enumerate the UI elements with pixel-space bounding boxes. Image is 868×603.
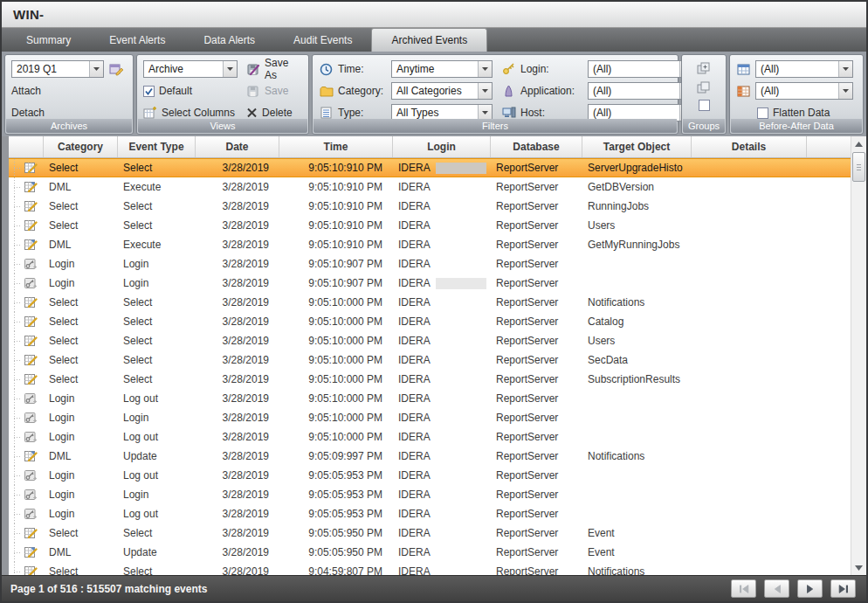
tree-gutter (9, 350, 21, 370)
archive-select[interactable]: 2019 Q1 (11, 60, 104, 78)
login-filter-select[interactable]: (All) (588, 60, 694, 78)
category-cell: DML (44, 177, 118, 197)
delete-view-button[interactable]: Delete (262, 107, 293, 119)
table-row[interactable]: Login Log out 3/28/2019 9:05:10:000 PM I… (9, 427, 851, 447)
detach-button[interactable]: Detach (11, 107, 45, 119)
row-filler (807, 389, 851, 408)
database-cell: ReportServer (491, 408, 582, 427)
chevron-down-icon[interactable] (478, 83, 492, 99)
table-row[interactable]: Select Select 3/28/2019 9:05:10:000 PM I… (9, 331, 851, 350)
group-caption-filters: Filters (313, 119, 677, 133)
view-select[interactable]: Archive (143, 60, 238, 78)
grid-pencil-icon (24, 219, 38, 232)
table-row[interactable]: Login Login 3/28/2019 9:05:10:000 PM IDE… (9, 408, 851, 427)
database-cell: ReportServer (491, 523, 582, 543)
time-cell: 9:05:10:910 PM (279, 197, 393, 216)
column-header[interactable]: Date (196, 136, 279, 157)
table-row[interactable]: Login Login 3/28/2019 9:05:10:907 PM IDE… (9, 274, 851, 293)
tab-audit-events[interactable]: Audit Events (274, 28, 371, 52)
chevron-down-icon[interactable] (89, 61, 103, 77)
table-row[interactable]: Login Log out 3/28/2019 9:05:05:953 PM I… (9, 504, 851, 523)
table-row[interactable]: Login Log out 3/28/2019 9:05:10:000 PM I… (9, 389, 851, 408)
category-filter-select[interactable]: All Categories (391, 82, 493, 100)
column-header[interactable]: Target Object (582, 136, 692, 157)
last-page-button[interactable] (830, 579, 856, 598)
column-header[interactable]: Login (393, 136, 491, 157)
date-cell: 3/28/2019 (196, 504, 279, 523)
details-cell (692, 331, 807, 350)
column-header[interactable]: Event Type (118, 136, 196, 157)
date-cell: 3/28/2019 (196, 159, 279, 177)
time-filter-select[interactable]: Anytime (391, 60, 493, 78)
table-row[interactable]: Login Log out 3/28/2019 9:05:05:953 PM I… (9, 466, 851, 485)
row-filler (807, 408, 851, 427)
key-login-icon (24, 392, 38, 405)
scroll-up-button[interactable] (851, 136, 866, 151)
target-object-cell: GetDBVersion (582, 177, 692, 197)
table-row[interactable]: DML Update 3/28/2019 9:05:09:997 PM IDER… (9, 447, 851, 466)
table-row[interactable]: Login Login 3/28/2019 9:05:10:907 PM IDE… (9, 254, 851, 274)
before-data-select[interactable]: (All) (755, 60, 853, 78)
chevron-down-icon[interactable] (838, 61, 852, 77)
table-row[interactable]: Select Select 3/28/2019 9:04:59:807 PM I… (9, 562, 851, 575)
scrollbar-track[interactable] (851, 183, 866, 560)
scrollbar-thumb[interactable] (852, 152, 865, 182)
time-cell: 9:05:05:950 PM (279, 523, 393, 543)
tab-data-alerts[interactable]: Data Alerts (184, 28, 274, 52)
table-row[interactable]: Select Select 3/28/2019 9:05:10:910 PM I… (9, 197, 851, 216)
expand-groups-button[interactable] (696, 61, 712, 76)
collapse-groups-button[interactable] (696, 80, 712, 95)
category-cell: Select (44, 159, 118, 177)
details-cell (692, 235, 807, 254)
table-row[interactable]: Login Login 3/28/2019 9:05:05:953 PM IDE… (9, 485, 851, 504)
after-data-select[interactable]: (All) (755, 82, 853, 100)
table-row[interactable]: Select Select 3/28/2019 9:05:10:000 PM I… (9, 312, 851, 331)
archive-properties-button[interactable] (108, 62, 124, 76)
window-title: WIN- (13, 7, 44, 22)
triangle-down-icon (855, 565, 863, 571)
database-cell: ReportServer (491, 254, 582, 274)
chevron-down-icon[interactable] (838, 83, 852, 99)
table-row[interactable]: Select Select 3/28/2019 9:05:10:000 PM I… (9, 293, 851, 312)
save-button[interactable]: Save (265, 85, 288, 97)
flatten-data-checkbox[interactable] (757, 107, 768, 119)
tab-summary[interactable]: Summary (7, 28, 90, 52)
application-filter-select[interactable]: (All) (588, 82, 694, 100)
tab-archived-events[interactable]: Archived Events (371, 28, 487, 52)
chevron-down-icon[interactable] (223, 61, 237, 77)
next-page-button[interactable] (797, 579, 823, 598)
table-row[interactable]: DML Update 3/28/2019 9:05:05:950 PM IDER… (9, 543, 851, 562)
column-header[interactable]: Details (692, 136, 807, 157)
tab-event-alerts[interactable]: Event Alerts (90, 28, 184, 52)
column-header[interactable]: Database (491, 136, 582, 157)
after-data-grid-icon (736, 86, 751, 97)
row-filler (807, 293, 851, 312)
table-row[interactable]: Select Select 3/28/2019 9:05:10:000 PM I… (9, 350, 851, 370)
save-as-button[interactable]: Save As (265, 57, 302, 81)
default-view-checkbox[interactable] (143, 86, 155, 97)
login-cell: IDERA (393, 216, 491, 235)
table-row[interactable]: Select Select 3/28/2019 9:05:10:000 PM I… (9, 370, 851, 389)
scroll-down-button[interactable] (851, 560, 866, 575)
grid-pencil-icon (24, 373, 38, 385)
previous-page-button[interactable] (764, 579, 789, 598)
attach-button[interactable]: Attach (11, 85, 41, 97)
chevron-down-icon[interactable] (478, 61, 492, 77)
table-row[interactable]: DML Execute 3/28/2019 9:05:10:910 PM IDE… (9, 177, 851, 197)
groups-checkbox[interactable] (699, 100, 710, 111)
table-row[interactable]: Select Select 3/28/2019 9:05:10:910 PM I… (9, 158, 851, 177)
column-header[interactable]: Category (44, 136, 118, 157)
table-row[interactable]: DML Execute 3/28/2019 9:05:10:910 PM IDE… (9, 235, 851, 254)
date-cell: 3/28/2019 (196, 562, 279, 575)
target-object-cell (582, 389, 692, 408)
vertical-scrollbar[interactable] (851, 136, 866, 575)
row-filler (807, 254, 851, 274)
event-type-cell: Update (118, 543, 196, 562)
first-page-button[interactable] (731, 579, 756, 598)
select-columns-button[interactable]: Select Columns (162, 107, 235, 119)
table-row[interactable]: Select Select 3/28/2019 9:05:10:910 PM I… (9, 216, 851, 235)
target-object-cell: Event (582, 543, 692, 562)
column-header[interactable]: Time (279, 136, 393, 157)
login-cell: IDERA (393, 447, 491, 466)
table-row[interactable]: Select Select 3/28/2019 9:05:05:950 PM I… (9, 523, 851, 543)
